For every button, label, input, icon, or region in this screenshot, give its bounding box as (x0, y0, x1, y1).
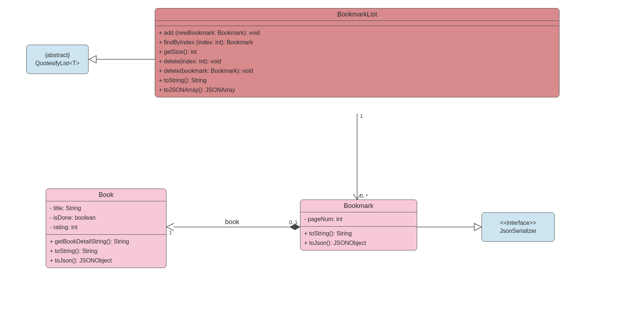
class-ops: + add (newBookmark: Bookmark): void+ fin… (155, 26, 559, 97)
member-line: - pageNum: int (304, 215, 413, 224)
association-label-book: book (225, 218, 240, 226)
member-line: + toString(): String (50, 246, 162, 256)
class-quotesifylist: {abstract} QuotesifyList<T> (26, 45, 89, 74)
class-ops: + getBookDetailString(): String+ toStrin… (46, 235, 166, 268)
member-line: + delete(index: int): void (159, 57, 555, 66)
class-title: Bookmark (300, 200, 417, 212)
svg-marker-3 (474, 223, 482, 231)
uml-diagram-canvas: {abstract} QuotesifyList<T> <<interface>… (0, 0, 644, 320)
member-line: + delete(bookmark: Bookmark): void (159, 66, 555, 76)
multiplicity-1: 1 (360, 113, 363, 119)
member-line: - isDone: boolean (50, 213, 162, 223)
member-line: + toJson(): JSONObject (304, 238, 413, 248)
class-title: BookmarkList (155, 8, 559, 21)
member-line: + findByIndex (index: int): Bookmark (159, 38, 555, 47)
edge-bookmark-implements-jsonserializer (417, 223, 482, 231)
multiplicity-0-star: 0..* (360, 193, 368, 199)
member-line: + toJson(): JSONObject (50, 256, 162, 265)
class-attrs: - title: String- isDone: boolean- rating… (46, 201, 166, 235)
member-line: + toString(): String (159, 76, 555, 85)
multiplicity-0-1: 0..1 (289, 219, 298, 225)
edge-bookmarklist-has-bookmark: 1 0..* (353, 113, 368, 200)
edge-bookmark-has-book: book 0..1 1 (166, 218, 300, 235)
class-title: Book (46, 189, 166, 201)
member-line: + getBookDetailString(): String (50, 237, 162, 246)
class-name: QuotesifyList<T> (35, 59, 80, 67)
multiplicity-1: 1 (169, 230, 172, 235)
class-ops: + toString(): String+ toJson(): JSONObje… (300, 227, 417, 250)
class-book: Book - title: String- isDone: boolean- r… (46, 189, 166, 268)
edge-bookmarklist-extends-quotesifylist (89, 56, 155, 63)
interface-jsonserializer: <<interface>> JsonSerializer (482, 212, 555, 242)
member-line: + toString(): String (304, 229, 413, 238)
member-line: - title: String (50, 204, 162, 213)
member-line: - rating: int (50, 223, 162, 232)
member-line: + toJSONArray(): JSONArray (159, 85, 555, 95)
class-attrs: - pageNum: int (300, 212, 417, 227)
svg-marker-6 (290, 224, 300, 230)
class-attrs-empty (155, 21, 559, 26)
member-line: + getSize(): int (159, 47, 555, 57)
class-bookmark: Bookmark - pageNum: int + toString(): St… (300, 200, 417, 250)
member-line: + add (newBookmark: Bookmark): void (159, 28, 555, 38)
interface-name: JsonSerializer (500, 227, 536, 235)
svg-marker-1 (89, 56, 96, 63)
stereotype-interface: <<interface>> (500, 219, 536, 227)
class-bookmarklist: BookmarkList + add (newBookmark: Bookmar… (155, 8, 559, 97)
stereotype-abstract: {abstract} (45, 51, 70, 59)
